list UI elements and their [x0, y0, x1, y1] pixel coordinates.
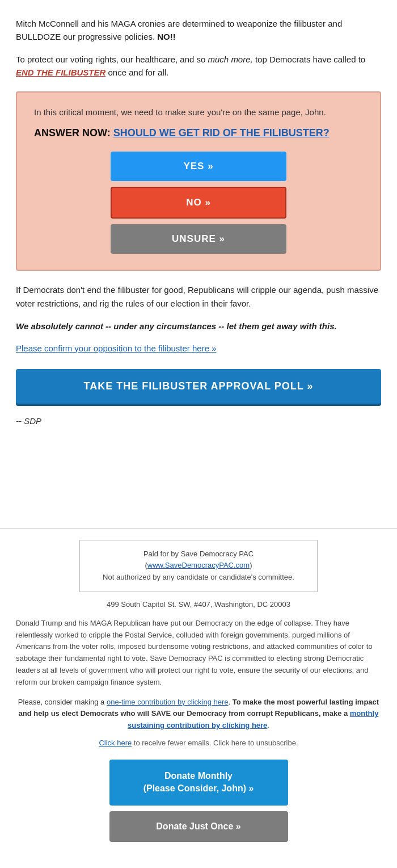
footer-body-paragraph: Donald Trump and his MAGA Republican hav…	[16, 618, 381, 689]
donate-monthly-line1: Donate Monthly	[164, 771, 233, 781]
footer-small-links: Click here to receive fewer emails. Clic…	[16, 737, 381, 749]
intro-text-2a: To protect our voting rights, our health…	[16, 54, 208, 64]
consider-period: .	[267, 721, 269, 729]
intro-text-2b: top Democrats have called to	[253, 54, 365, 64]
poll-question: ANSWER NOW: SHOULD WE GET RID OF THE FIL…	[34, 127, 363, 139]
consider-pre: Please, consider making a	[18, 698, 107, 706]
intro-paragraph-1: Mitch McConnell and his MAGA cronies are…	[16, 17, 381, 44]
footer-consider-text: Please, consider making a one-time contr…	[16, 697, 381, 732]
yes-button[interactable]: YES »	[111, 152, 286, 181]
unsure-button[interactable]: UNSURE »	[111, 224, 286, 254]
footer: Paid for by Save Democracy PAC (www.Save…	[0, 528, 397, 865]
body-paragraph-1: If Democrats don't end the filibuster fo…	[16, 283, 381, 311]
poll-box: In this critical moment, we need to make…	[16, 91, 381, 271]
paid-for-link-container: (www.SaveDemocracyPAC.com)	[91, 560, 306, 572]
donate-monthly-line2: (Please Consider, John) »	[143, 783, 254, 793]
paid-for-box: Paid for by Save Democracy PAC (www.Save…	[79, 540, 318, 592]
intro-text-1: Mitch McConnell and his MAGA cronies are…	[16, 19, 342, 41]
poll-intro-text: In this critical moment, we need to make…	[34, 106, 363, 119]
intro-paragraph-2: To protect our voting rights, our health…	[16, 53, 381, 79]
poll-buttons-container: YES » NO » UNSURE »	[34, 152, 363, 254]
paid-for-line1: Paid for by Save Democracy PAC	[91, 548, 306, 560]
intro-text-2c: once and for all.	[105, 68, 168, 77]
fewer-emails-link[interactable]: Click here	[99, 739, 132, 747]
save-democracy-pac-link[interactable]: www.SaveDemocracyPAC.com	[147, 561, 250, 569]
no-button[interactable]: NO »	[111, 187, 286, 219]
donate-once-button[interactable]: Donate Just Once »	[109, 811, 288, 842]
take-poll-button[interactable]: TAKE THE FILIBUSTER APPROVAL POLL »	[16, 369, 381, 404]
confirm-opposition-link[interactable]: Please confirm your opposition to the fi…	[16, 343, 217, 353]
small-links-text: to receive fewer emails. Click here to u…	[132, 739, 298, 747]
one-time-contribution-link[interactable]: one-time contribution by clicking here	[107, 698, 229, 706]
donate-monthly-button[interactable]: Donate Monthly (Please Consider, John) »	[109, 760, 288, 806]
signature: -- SDP	[16, 416, 381, 426]
end-filibuster-link[interactable]: END THE FILIBUSTER	[16, 68, 105, 77]
paid-for-line2: Not authorized by any candidate or candi…	[91, 572, 306, 584]
intro-italic: much more,	[208, 54, 253, 64]
intro-bold: NO!!	[157, 32, 176, 41]
poll-question-prefix: ANSWER NOW:	[34, 127, 113, 139]
body-paragraph-2: We absolutely cannot -- under any circum…	[16, 320, 381, 333]
address: 499 South Capitol St. SW, #407, Washingt…	[16, 600, 381, 609]
poll-question-link[interactable]: SHOULD WE GET RID OF THE FILIBUSTER?	[113, 127, 330, 139]
spacer	[16, 448, 381, 517]
